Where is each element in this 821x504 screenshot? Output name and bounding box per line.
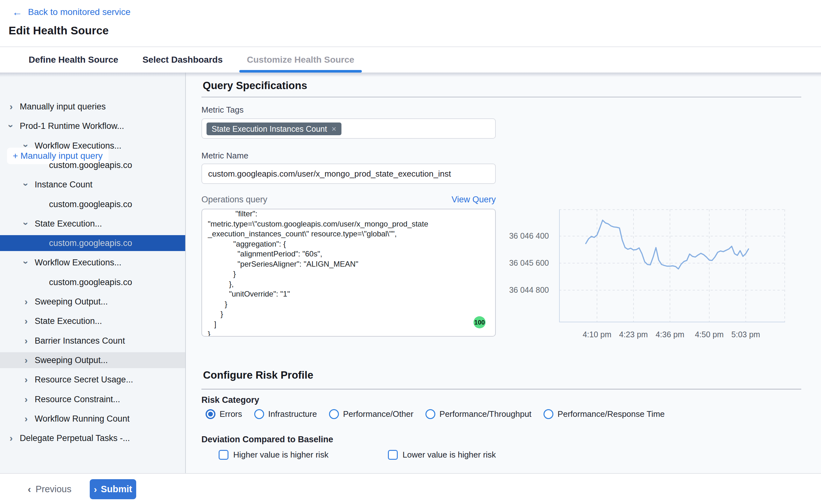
tree-item-label: Resource Secret Usage... (35, 375, 133, 385)
risk-option-label: Performance/Other (343, 409, 413, 419)
metric-name-label: Metric Name (201, 151, 248, 161)
tree-item-sweeping-output[interactable]: ›Sweeping Output... (0, 294, 185, 310)
risk-option-performance-response-time[interactable]: Performance/Response Time (544, 409, 665, 419)
main-panel: Query Specifications Metric Tags State E… (186, 73, 821, 473)
tree-item-label: Workflow Running Count (35, 414, 130, 424)
chevron-left-icon: ‹ (28, 483, 31, 495)
metric-tags-label: Metric Tags (201, 105, 243, 115)
chevron-right-icon[interactable]: › (25, 355, 28, 365)
tree-item-label: Resource Constraint... (35, 395, 120, 404)
tree-item-custom-googleapis-co-metric[interactable]: custom.googleapis.co (0, 274, 185, 290)
tree-item-label: Barrier Instances Count (35, 336, 125, 346)
risk-category-options: ErrorsInfrastructurePerformance/OtherPer… (206, 409, 665, 419)
operations-query-editor[interactable]: "filter": "metric.type=\"custom.googleap… (201, 209, 496, 337)
footer-bar: ‹ Previous › Submit (0, 473, 821, 504)
tree-item-instance-count[interactable]: ›Instance Count (0, 177, 185, 193)
tree-item-resource-secret-usage[interactable]: ›Resource Secret Usage... (0, 372, 185, 388)
risk-option-performance-throughput[interactable]: Performance/Throughput (425, 409, 531, 419)
risk-option-label: Infrastructure (268, 409, 317, 419)
chevron-down-icon[interactable]: › (21, 144, 31, 147)
chevron-down-icon[interactable]: › (21, 261, 31, 264)
section-divider (201, 97, 801, 97)
risk-category-label: Risk Category (201, 395, 259, 405)
chevron-right-icon[interactable]: › (25, 297, 28, 306)
chevron-down-icon[interactable]: › (6, 124, 16, 128)
line-chart-plot (559, 209, 785, 322)
tree-item-custom-googleapis-co-metric[interactable]: custom.googleapis.co (0, 157, 185, 173)
tree-item-barrier-instances-count[interactable]: ›Barrier Instances Count (0, 333, 185, 349)
radio-selected-icon[interactable] (206, 409, 215, 419)
chevron-right-icon[interactable]: › (25, 375, 28, 384)
tree-item-workflow-running-count[interactable]: ›Workflow Running Count (0, 411, 185, 427)
radio-icon[interactable] (544, 409, 553, 419)
tree-item-sweeping-output[interactable]: ›Sweeping Output... (0, 352, 185, 368)
remove-tag-icon[interactable]: × (332, 124, 336, 134)
checkbox-icon[interactable] (219, 450, 228, 460)
tree-item-label: Workflow Executions... (35, 141, 122, 151)
deviation-label: Deviation Compared to Baseline (201, 435, 333, 445)
risk-option-label: Errors (220, 409, 242, 419)
tree-item-label: Prod-1 Runtime Workflow... (20, 121, 124, 131)
radio-icon[interactable] (425, 409, 435, 419)
tree-item-label: custom.googleapis.co (49, 199, 132, 209)
checkbox-icon[interactable] (388, 450, 398, 460)
query-specifications-heading: Query Specifications (203, 80, 307, 92)
tree-item-workflow-executions[interactable]: ›Workflow Executions... (0, 138, 185, 154)
chevron-right-icon[interactable]: › (10, 433, 13, 443)
y-axis-label: 36 046 400 (490, 231, 549, 241)
back-to-monitored-service-link[interactable]: ← Back to monitored service (12, 7, 130, 17)
tree-item-state-execution[interactable]: ›State Execution... (0, 313, 185, 329)
tree-item-custom-googleapis-co-metric[interactable]: custom.googleapis.co (0, 196, 185, 212)
metric-name-input[interactable]: custom.googleapis.com/user/x_mongo_prod_… (201, 164, 496, 184)
chevron-down-icon[interactable]: › (21, 222, 31, 225)
deviation-option-label: Lower value is higher risk (403, 450, 496, 460)
tree-item-label: custom.googleapis.co (49, 238, 132, 248)
tree-item-label: custom.googleapis.co (49, 160, 132, 170)
view-query-link[interactable]: View Query (432, 195, 496, 205)
tree-item-state-execution[interactable]: ›State Execution... (0, 216, 185, 232)
deviation-option-higher-value-is-higher-risk[interactable]: Higher value is higher risk (219, 450, 328, 460)
metric-tag-chip: State Execution Instances Count × (207, 123, 341, 135)
radio-icon[interactable] (329, 409, 339, 419)
metric-tags-input[interactable]: State Execution Instances Count × (201, 118, 496, 139)
back-arrow-icon: ← (12, 7, 22, 17)
edit-health-source-page: ← Back to monitored service Edit Health … (0, 0, 821, 504)
metric-line-series (586, 220, 749, 269)
tab-customize-health-source[interactable]: Customize Health Source (247, 47, 354, 73)
tree-item-label: State Execution... (35, 316, 102, 326)
tree-item-label: Manually input queries (20, 102, 106, 112)
tree-item-prod-1-runtime-workflow[interactable]: ›Prod-1 Runtime Workflow... (0, 118, 185, 134)
tree-item-delegate-perpetual-tasks[interactable]: ›Delegate Perpetual Tasks -... (0, 430, 185, 446)
x-axis-label: 4:36 pm (648, 330, 692, 339)
risk-option-performance-other[interactable]: Performance/Other (329, 409, 413, 419)
risk-option-infrastructure[interactable]: Infrastructure (254, 409, 317, 419)
section-divider (201, 389, 801, 389)
query-score-badge: 100 (474, 316, 486, 328)
deviation-option-lower-value-is-higher-risk[interactable]: Lower value is higher risk (388, 450, 496, 460)
tree-item-custom-googleapis-co-metric[interactable]: custom.googleapis.co (0, 235, 185, 251)
tree-item-label: Workflow Executions... (35, 258, 122, 268)
tree-item-label: State Execution... (35, 219, 102, 229)
tab-define-health-source[interactable]: Define Health Source (29, 47, 118, 73)
tree-item-label: Delegate Perpetual Tasks -... (20, 433, 130, 443)
tree-item-workflow-executions[interactable]: ›Workflow Executions... (0, 255, 185, 270)
y-axis-label: 36 045 600 (490, 258, 549, 268)
chevron-down-icon[interactable]: › (21, 183, 31, 186)
chevron-right-icon[interactable]: › (25, 316, 28, 326)
chevron-right-icon[interactable]: › (25, 336, 28, 346)
chevron-right-icon[interactable]: › (25, 395, 28, 404)
chevron-right-icon: › (94, 484, 97, 495)
risk-option-errors[interactable]: Errors (206, 409, 242, 419)
radio-icon[interactable] (254, 409, 264, 419)
tree-item-label: Sweeping Output... (35, 297, 108, 307)
previous-button[interactable]: ‹ Previous (28, 474, 71, 504)
tree-item-label: custom.googleapis.co (49, 277, 132, 287)
configure-risk-profile-heading: Configure Risk Profile (203, 369, 313, 381)
tab-select-dashboards[interactable]: Select Dashboards (143, 47, 223, 73)
chevron-right-icon[interactable]: › (25, 414, 28, 423)
submit-button[interactable]: › Submit (90, 479, 136, 499)
tree-item-manually-input-queries[interactable]: ›Manually input queries (0, 99, 185, 115)
tree-item-label: Instance Count (35, 180, 93, 190)
chevron-right-icon[interactable]: › (10, 102, 13, 111)
tree-item-resource-constraint[interactable]: ›Resource Constraint... (0, 391, 185, 407)
